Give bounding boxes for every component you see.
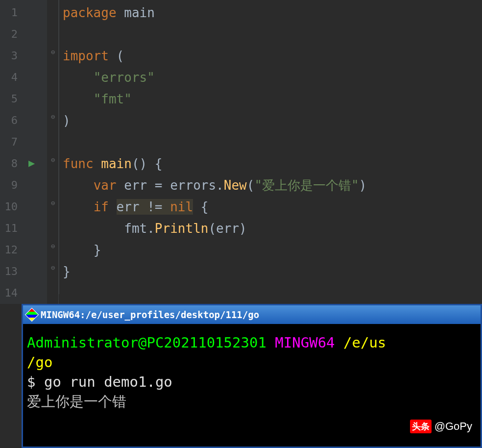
- mingw-icon: [25, 308, 39, 322]
- line-number: 3: [0, 45, 24, 67]
- code-line[interactable]: }: [63, 239, 482, 261]
- fold-open-icon[interactable]: ⊖: [49, 156, 57, 164]
- fold-close-icon[interactable]: ⊖: [49, 264, 57, 272]
- terminal-title-bar[interactable]: MINGW64:/e/user_profiles/desktop/111/go: [23, 305, 481, 324]
- gutter-icons: ▶: [24, 0, 47, 304]
- terminal-command: go run demo1.go: [44, 373, 172, 390]
- code-line[interactable]: ): [63, 110, 482, 131]
- watermark-text: @GoPy: [434, 420, 472, 433]
- code-line[interactable]: var err = errors.New("爱上你是一个错"): [63, 174, 482, 196]
- line-number: 4: [0, 67, 24, 88]
- fold-column: ⊖ ⊖ ⊖ ⊖ ⊖ ⊖: [47, 0, 59, 304]
- code-line[interactable]: "fmt": [63, 88, 482, 110]
- watermark-logo: 头条: [410, 420, 432, 433]
- terminal-body[interactable]: Administrator@PC202110152301 MINGW64 /e/…: [23, 324, 481, 420]
- fold-open-icon[interactable]: ⊖: [49, 199, 57, 207]
- fold-close-icon[interactable]: ⊖: [49, 242, 57, 250]
- line-number: 13: [0, 261, 24, 282]
- code-line[interactable]: fmt.Println(err): [63, 218, 482, 239]
- code-line[interactable]: [63, 24, 482, 45]
- terminal-env: MINGW64: [275, 334, 335, 351]
- run-icon[interactable]: ▶: [28, 157, 35, 169]
- line-number: 2: [0, 24, 24, 45]
- code-line[interactable]: [63, 282, 482, 304]
- line-number-gutter: 1 2 3 4 5 6 7 8 9 10 11 12 13 14: [0, 0, 24, 304]
- terminal-path: /e/us: [343, 334, 386, 351]
- terminal-title: MINGW64:/e/user_profiles/desktop/111/go: [41, 309, 259, 320]
- line-number: 5: [0, 88, 24, 110]
- line-number: 8: [0, 153, 24, 174]
- line-number: 7: [0, 131, 24, 153]
- line-number: 9: [0, 174, 24, 196]
- fold-open-icon[interactable]: ⊖: [49, 48, 57, 56]
- terminal-prompt: $: [27, 373, 44, 390]
- code-editor: 1 2 3 4 5 6 7 8 9 10 11 12 13 14 ▶ ⊖ ⊖ ⊖…: [0, 0, 482, 304]
- line-number: 14: [0, 282, 24, 304]
- code-line[interactable]: [63, 131, 482, 153]
- terminal-path: /go: [27, 354, 52, 371]
- line-number: 10: [0, 196, 24, 218]
- line-number: 11: [0, 218, 24, 239]
- code-line[interactable]: import (: [63, 45, 482, 67]
- watermark: 头条 @GoPy: [410, 420, 472, 433]
- line-number: 12: [0, 239, 24, 261]
- code-line[interactable]: }: [63, 261, 482, 282]
- line-number: 6: [0, 110, 24, 131]
- terminal-output: 爱上你是一个错: [27, 393, 126, 410]
- code-line[interactable]: if err != nil {: [63, 196, 482, 218]
- line-number: 1: [0, 2, 24, 24]
- code-area[interactable]: package mainimport ( "errors" "fmt")func…: [59, 0, 482, 304]
- code-line[interactable]: package main: [63, 2, 482, 24]
- terminal-user: Administrator@PC202110152301: [27, 334, 266, 351]
- code-line[interactable]: func main() {: [63, 153, 482, 174]
- code-line[interactable]: "errors": [63, 67, 482, 88]
- fold-close-icon[interactable]: ⊖: [49, 113, 57, 121]
